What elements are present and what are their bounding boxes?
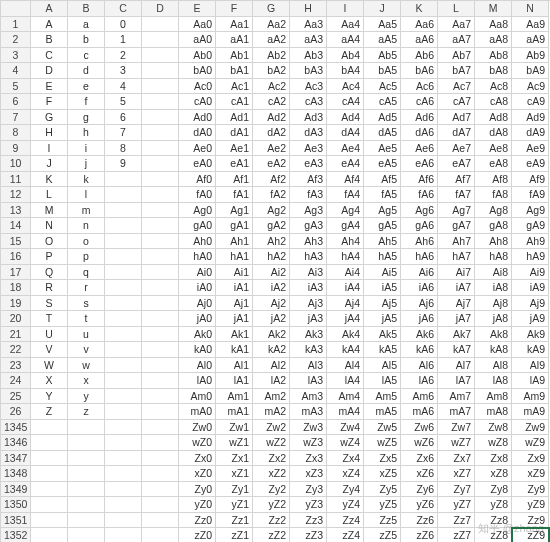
cell-F21[interactable]: Ak1 bbox=[216, 327, 253, 343]
cell-K1345[interactable]: Zw6 bbox=[401, 420, 438, 436]
cell-A8[interactable]: H bbox=[31, 125, 68, 141]
cell-N12[interactable]: fA9 bbox=[512, 187, 549, 203]
cell-N25[interactable]: Am9 bbox=[512, 389, 549, 405]
cell-B4[interactable]: d bbox=[68, 63, 105, 79]
cell-G20[interactable]: jA2 bbox=[253, 311, 290, 327]
cell-K6[interactable]: cA6 bbox=[401, 94, 438, 110]
cell-I12[interactable]: fA4 bbox=[327, 187, 364, 203]
cell-E26[interactable]: mA0 bbox=[179, 404, 216, 420]
cell-K8[interactable]: dA6 bbox=[401, 125, 438, 141]
cell-H11[interactable]: Af3 bbox=[290, 172, 327, 188]
cell-H5[interactable]: Ac3 bbox=[290, 79, 327, 95]
cell-J12[interactable]: fA5 bbox=[364, 187, 401, 203]
cell-E15[interactable]: Ah0 bbox=[179, 234, 216, 250]
cell-N24[interactable]: lA9 bbox=[512, 373, 549, 389]
cell-B1345[interactable] bbox=[68, 420, 105, 436]
cell-H7[interactable]: Ad3 bbox=[290, 110, 327, 126]
cell-I1352[interactable]: zZ4 bbox=[327, 528, 364, 542]
cell-I1348[interactable]: xZ4 bbox=[327, 466, 364, 482]
cell-I16[interactable]: hA4 bbox=[327, 249, 364, 265]
cell-F10[interactable]: eA1 bbox=[216, 156, 253, 172]
cell-C5[interactable]: 4 bbox=[105, 79, 142, 95]
cell-E3[interactable]: Ab0 bbox=[179, 48, 216, 64]
cell-A12[interactable]: L bbox=[31, 187, 68, 203]
cell-K11[interactable]: Af6 bbox=[401, 172, 438, 188]
cell-A23[interactable]: W bbox=[31, 358, 68, 374]
cell-N7[interactable]: Ad9 bbox=[512, 110, 549, 126]
cell-N20[interactable]: jA9 bbox=[512, 311, 549, 327]
cell-N11[interactable]: Af9 bbox=[512, 172, 549, 188]
cell-L1345[interactable]: Zw7 bbox=[438, 420, 475, 436]
cell-E19[interactable]: Aj0 bbox=[179, 296, 216, 312]
cell-K3[interactable]: Ab6 bbox=[401, 48, 438, 64]
cell-D1351[interactable] bbox=[142, 513, 179, 529]
cell-G22[interactable]: kA2 bbox=[253, 342, 290, 358]
cell-B1352[interactable] bbox=[68, 528, 105, 542]
cell-L11[interactable]: Af7 bbox=[438, 172, 475, 188]
row-header[interactable]: 1 bbox=[1, 17, 31, 33]
cell-L23[interactable]: Al7 bbox=[438, 358, 475, 374]
cell-F1349[interactable]: Zy1 bbox=[216, 482, 253, 498]
cell-H16[interactable]: hA3 bbox=[290, 249, 327, 265]
cell-J2[interactable]: aA5 bbox=[364, 32, 401, 48]
cell-H8[interactable]: dA3 bbox=[290, 125, 327, 141]
cell-K10[interactable]: eA6 bbox=[401, 156, 438, 172]
cell-C1345[interactable] bbox=[105, 420, 142, 436]
cell-M1[interactable]: Aa8 bbox=[475, 17, 512, 33]
cell-D7[interactable] bbox=[142, 110, 179, 126]
cell-B23[interactable]: w bbox=[68, 358, 105, 374]
row-header[interactable]: 19 bbox=[1, 296, 31, 312]
cell-C12[interactable] bbox=[105, 187, 142, 203]
cell-M26[interactable]: mA8 bbox=[475, 404, 512, 420]
cell-G1349[interactable]: Zy2 bbox=[253, 482, 290, 498]
cell-L10[interactable]: eA7 bbox=[438, 156, 475, 172]
cell-D1352[interactable] bbox=[142, 528, 179, 542]
cell-M1347[interactable]: Zx8 bbox=[475, 451, 512, 467]
cell-L1352[interactable]: zZ7 bbox=[438, 528, 475, 542]
cell-L8[interactable]: dA7 bbox=[438, 125, 475, 141]
cell-D22[interactable] bbox=[142, 342, 179, 358]
cell-N14[interactable]: gA9 bbox=[512, 218, 549, 234]
cell-E1347[interactable]: Zx0 bbox=[179, 451, 216, 467]
cell-E12[interactable]: fA0 bbox=[179, 187, 216, 203]
cell-E1[interactable]: Aa0 bbox=[179, 17, 216, 33]
cell-M8[interactable]: dA8 bbox=[475, 125, 512, 141]
cell-K1350[interactable]: yZ6 bbox=[401, 497, 438, 513]
cell-L4[interactable]: bA7 bbox=[438, 63, 475, 79]
cell-L24[interactable]: lA7 bbox=[438, 373, 475, 389]
cell-C25[interactable] bbox=[105, 389, 142, 405]
cell-B12[interactable]: l bbox=[68, 187, 105, 203]
row-header[interactable]: 13 bbox=[1, 203, 31, 219]
cell-L1[interactable]: Aa7 bbox=[438, 17, 475, 33]
cell-J26[interactable]: mA5 bbox=[364, 404, 401, 420]
cell-A18[interactable]: R bbox=[31, 280, 68, 296]
cell-J6[interactable]: cA5 bbox=[364, 94, 401, 110]
cell-G3[interactable]: Ab2 bbox=[253, 48, 290, 64]
cell-A25[interactable]: Y bbox=[31, 389, 68, 405]
cell-G24[interactable]: lA2 bbox=[253, 373, 290, 389]
cell-B26[interactable]: z bbox=[68, 404, 105, 420]
cell-M17[interactable]: Ai8 bbox=[475, 265, 512, 281]
cell-H3[interactable]: Ab3 bbox=[290, 48, 327, 64]
row-header[interactable]: 5 bbox=[1, 79, 31, 95]
cell-D26[interactable] bbox=[142, 404, 179, 420]
cell-B11[interactable]: k bbox=[68, 172, 105, 188]
cell-A11[interactable]: K bbox=[31, 172, 68, 188]
cell-M1346[interactable]: wZ8 bbox=[475, 435, 512, 451]
cell-F8[interactable]: dA1 bbox=[216, 125, 253, 141]
cell-J20[interactable]: jA5 bbox=[364, 311, 401, 327]
cell-A1348[interactable] bbox=[31, 466, 68, 482]
cell-M23[interactable]: Al8 bbox=[475, 358, 512, 374]
cell-D9[interactable] bbox=[142, 141, 179, 157]
cell-C19[interactable] bbox=[105, 296, 142, 312]
cell-A1345[interactable] bbox=[31, 420, 68, 436]
cell-M11[interactable]: Af8 bbox=[475, 172, 512, 188]
cell-A2[interactable]: B bbox=[31, 32, 68, 48]
cell-G5[interactable]: Ac2 bbox=[253, 79, 290, 95]
cell-C16[interactable] bbox=[105, 249, 142, 265]
cell-F1351[interactable]: Zz1 bbox=[216, 513, 253, 529]
cell-M1351[interactable]: Zz8 bbox=[475, 513, 512, 529]
cell-B25[interactable]: y bbox=[68, 389, 105, 405]
cell-B1347[interactable] bbox=[68, 451, 105, 467]
cell-M15[interactable]: Ah8 bbox=[475, 234, 512, 250]
